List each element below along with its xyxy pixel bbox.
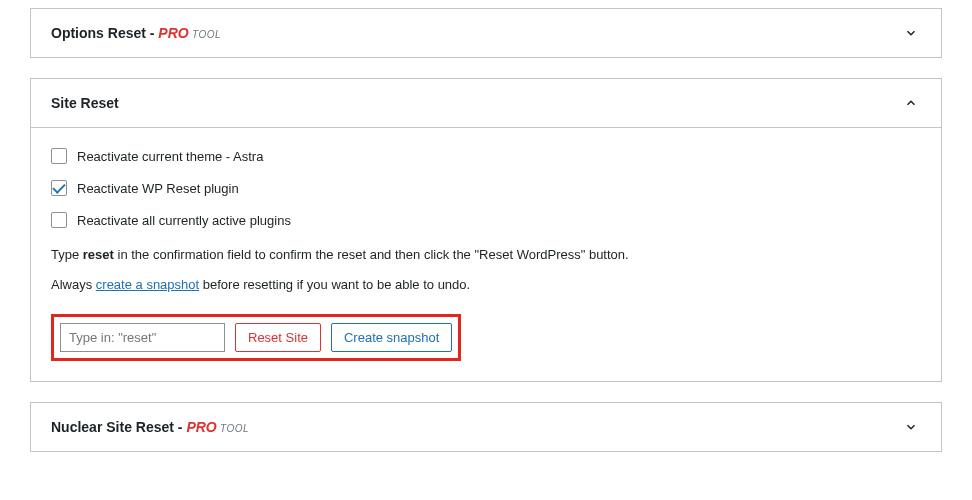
reset-confirm-input[interactable] bbox=[60, 323, 225, 352]
checkbox-row-wpreset: Reactivate WP Reset plugin bbox=[51, 180, 921, 196]
pro-badge: PRO bbox=[158, 25, 188, 41]
desc-text: in the confirmation field to confirm the… bbox=[114, 247, 629, 262]
panel-header-site-reset[interactable]: Site Reset bbox=[31, 79, 941, 127]
panel-title: Nuclear Site Reset - PRO TOOL bbox=[51, 419, 249, 435]
chevron-up-icon bbox=[901, 93, 921, 113]
tool-text: TOOL bbox=[189, 29, 221, 40]
title-text: Options Reset - bbox=[51, 25, 158, 41]
create-snapshot-link[interactable]: create a snapshot bbox=[96, 277, 199, 292]
checkbox-reactivate-plugins[interactable] bbox=[51, 212, 67, 228]
checkbox-reactivate-wpreset[interactable] bbox=[51, 180, 67, 196]
desc-keyword: reset bbox=[83, 247, 114, 262]
pro-badge: PRO bbox=[186, 419, 216, 435]
checkbox-label: Reactivate all currently active plugins bbox=[77, 213, 291, 228]
description-line-1: Type reset in the confirmation field to … bbox=[51, 244, 921, 266]
create-snapshot-button[interactable]: Create snapshot bbox=[331, 323, 452, 352]
panel-title: Options Reset - PRO TOOL bbox=[51, 25, 221, 41]
panel-body: Reactivate current theme - Astra Reactiv… bbox=[31, 127, 941, 381]
desc-text: Always bbox=[51, 277, 96, 292]
checkbox-reactivate-theme[interactable] bbox=[51, 148, 67, 164]
panel-site-reset: Site Reset Reactivate current theme - As… bbox=[30, 78, 942, 382]
panel-options-reset: Options Reset - PRO TOOL bbox=[30, 8, 942, 58]
reset-site-button[interactable]: Reset Site bbox=[235, 323, 321, 352]
chevron-down-icon bbox=[901, 417, 921, 437]
description-line-2: Always create a snapshot before resettin… bbox=[51, 274, 921, 296]
chevron-down-icon bbox=[901, 23, 921, 43]
desc-text: before resetting if you want to be able … bbox=[199, 277, 470, 292]
panel-header-options-reset[interactable]: Options Reset - PRO TOOL bbox=[31, 9, 941, 57]
checkbox-row-plugins: Reactivate all currently active plugins bbox=[51, 212, 921, 228]
tool-text: TOOL bbox=[217, 423, 249, 434]
checkbox-row-theme: Reactivate current theme - Astra bbox=[51, 148, 921, 164]
panel-title: Site Reset bbox=[51, 95, 119, 111]
desc-text: Type bbox=[51, 247, 83, 262]
checkbox-label: Reactivate WP Reset plugin bbox=[77, 181, 239, 196]
title-text: Nuclear Site Reset - bbox=[51, 419, 186, 435]
action-row-highlight: Reset Site Create snapshot bbox=[51, 314, 461, 361]
panel-header-nuclear-reset[interactable]: Nuclear Site Reset - PRO TOOL bbox=[31, 403, 941, 451]
checkbox-label: Reactivate current theme - Astra bbox=[77, 149, 263, 164]
panel-nuclear-reset: Nuclear Site Reset - PRO TOOL bbox=[30, 402, 942, 452]
